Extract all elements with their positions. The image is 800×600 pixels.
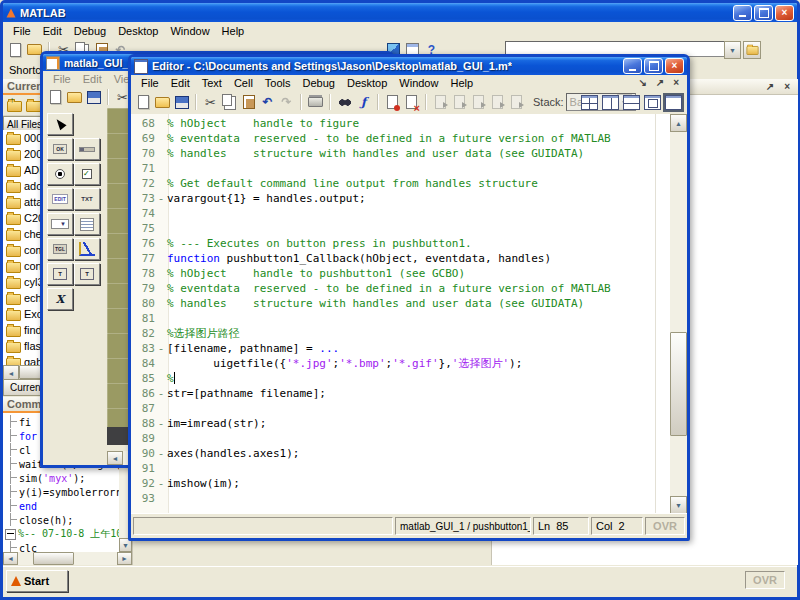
toggle-button-tool[interactable]: TGL [47, 238, 73, 260]
step-in-icon[interactable] [451, 94, 468, 111]
menu-help[interactable]: Help [444, 76, 479, 90]
step-icon[interactable] [432, 94, 449, 111]
code-line[interactable]: 90-axes(handles.axes1); [131, 446, 670, 461]
split-grid-icon[interactable] [581, 95, 598, 110]
code-line[interactable]: 70% handles structure with handles and u… [131, 146, 670, 161]
menu-text[interactable]: Text [196, 76, 228, 90]
history-item[interactable]: %-- 07-10-8 上午10:13 --% [3, 527, 119, 541]
popup-menu-tool[interactable] [47, 213, 73, 235]
new-file-icon[interactable] [135, 94, 152, 111]
code-line[interactable]: 76% --- Executes on button press in push… [131, 236, 670, 251]
activex-tool[interactable]: X [47, 288, 73, 310]
new-file-icon[interactable] [7, 41, 24, 58]
close-button[interactable]: × [665, 58, 684, 74]
redo-icon[interactable]: ↷ [278, 94, 295, 111]
undock-icon[interactable]: ↗ [766, 81, 774, 92]
up-folder-icon[interactable]: ↑ [7, 99, 22, 112]
code-line[interactable]: 77function pushbutton1_Callback(hObject,… [131, 251, 670, 266]
main-titlebar[interactable]: MATLAB × [3, 3, 797, 22]
new-folder-icon[interactable]: * [26, 99, 41, 112]
collapse-icon[interactable] [5, 529, 16, 540]
checkbox-tool[interactable] [74, 163, 100, 185]
code-line[interactable]: 80% handles structure with handles and u… [131, 296, 670, 311]
history-item[interactable]: end [3, 499, 119, 513]
split-horizontal-icon[interactable] [623, 95, 640, 110]
save-icon[interactable] [173, 94, 190, 111]
code-line[interactable]: 92-imshow(im); [131, 476, 670, 491]
close-panel-icon[interactable]: × [784, 81, 790, 92]
single-window-icon[interactable] [665, 95, 682, 110]
open-file-icon[interactable] [66, 89, 83, 106]
code-line[interactable]: 84 uigetfile({'*.jpg';'*.bmp';'*.gif'},'… [131, 356, 670, 371]
axes-tool[interactable] [74, 238, 100, 260]
scroll-left-icon[interactable]: ◄ [3, 552, 18, 565]
scrollbar-thumb[interactable] [670, 332, 687, 436]
code-area[interactable]: 68% hObject handle to figure69% eventdat… [131, 114, 687, 514]
menu-edit[interactable]: Edit [165, 76, 196, 90]
code-line[interactable]: 71 [131, 161, 670, 176]
close-document-icon[interactable]: × [673, 77, 679, 88]
find-icon[interactable] [336, 94, 353, 111]
new-file-icon[interactable] [47, 89, 64, 106]
menu-desktop[interactable]: Desktop [341, 76, 393, 90]
code-line[interactable]: 81 [131, 311, 670, 326]
scroll-up-icon[interactable]: ▲ [670, 114, 687, 132]
history-item[interactable]: sim('myx'); [3, 471, 119, 485]
code-line[interactable]: 83-[filename, pathname] = ... [131, 341, 670, 356]
editor-titlebar[interactable]: Editor - C:\Documents and Settings\Jason… [131, 57, 687, 75]
print-icon[interactable] [307, 94, 324, 111]
menu-file[interactable]: File [7, 24, 37, 38]
minimize-button[interactable] [733, 5, 752, 21]
code-line[interactable]: 91 [131, 461, 670, 476]
code-line[interactable]: 78% hObject handle to pushbutton1 (see G… [131, 266, 670, 281]
edit-text-tool[interactable]: EDIT [47, 188, 73, 210]
set-breakpoint-icon[interactable] [384, 94, 401, 111]
step-out-icon[interactable] [470, 94, 487, 111]
menu-desktop[interactable]: Desktop [112, 24, 164, 38]
code-line[interactable]: 75 [131, 221, 670, 236]
code-line[interactable]: 86-str=[pathname filename]; [131, 386, 670, 401]
radio-button-tool[interactable] [47, 163, 73, 185]
exit-debug-icon[interactable] [508, 94, 525, 111]
cascade-windows-icon[interactable] [644, 95, 661, 110]
menu-cell[interactable]: Cell [228, 76, 259, 90]
menu-window[interactable]: Window [164, 24, 215, 38]
minimize-button[interactable] [623, 58, 642, 74]
menu-tools[interactable]: Tools [259, 76, 297, 90]
code-line[interactable]: 74 [131, 206, 670, 221]
menu-debug[interactable]: Debug [297, 76, 341, 90]
push-button-tool[interactable]: OK [47, 138, 73, 160]
start-button[interactable]: Start [6, 570, 68, 592]
code-line[interactable]: 89 [131, 431, 670, 446]
button-group-tool[interactable]: T [74, 263, 100, 285]
static-text-tool[interactable]: TXT [74, 188, 100, 210]
dock-icon[interactable]: ↘ [638, 77, 646, 88]
panel-tool[interactable]: T [47, 263, 73, 285]
code-line[interactable]: 68% hObject handle to figure [131, 116, 670, 131]
menu-file[interactable]: File [47, 72, 77, 86]
menu-file[interactable]: File [135, 76, 165, 90]
undo-icon[interactable]: ↶ [259, 94, 276, 111]
function-indicator-icon[interactable]: ƒ [355, 94, 372, 111]
scroll-down-icon[interactable]: ▼ [670, 496, 687, 514]
editor-vscrollbar[interactable]: ▲ ▼ [670, 114, 687, 514]
open-file-icon[interactable] [154, 94, 171, 111]
split-vertical-icon[interactable] [602, 95, 619, 110]
history-item[interactable]: clc [3, 541, 119, 552]
listbox-tool[interactable] [74, 213, 100, 235]
combo-dropdown-icon[interactable]: ▼ [724, 41, 741, 59]
close-button[interactable]: × [775, 5, 794, 21]
paste-icon[interactable] [240, 94, 257, 111]
history-item[interactable]: close(h); [3, 513, 119, 527]
history-item[interactable]: y(i)=symbolerrorra [3, 485, 119, 499]
code-line[interactable]: 93 [131, 491, 670, 506]
undock-icon[interactable]: ↗ [656, 77, 664, 88]
code-line[interactable]: 87 [131, 401, 670, 416]
code-line[interactable]: 79% eventdata reserved - to be defined i… [131, 281, 670, 296]
slider-tool[interactable] [74, 138, 100, 160]
code-line[interactable]: 69% eventdata reserved - to be defined i… [131, 131, 670, 146]
code-line[interactable]: 82%选择图片路径 [131, 326, 670, 341]
code-line[interactable]: 72% Get default command line output from… [131, 176, 670, 191]
menu-window[interactable]: Window [393, 76, 444, 90]
code-line[interactable]: 85% [131, 371, 670, 386]
